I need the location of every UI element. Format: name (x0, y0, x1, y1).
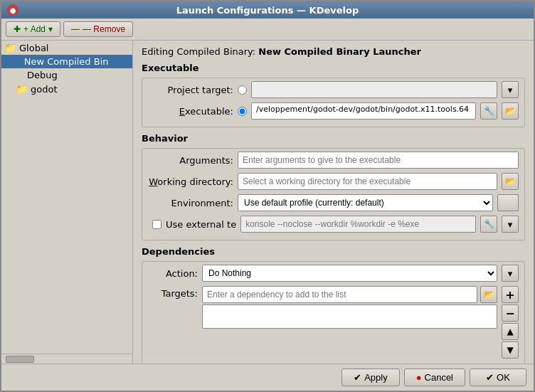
external-te-input[interactable] (240, 216, 476, 233)
apply-label: Apply (364, 372, 388, 383)
executable-path[interactable]: /veloppement/godot-dev/godot/bin/godot.x… (251, 102, 476, 120)
targets-side-buttons: + − ▲ ▼ (502, 286, 519, 359)
action-row: Action: Do Nothing ▾ (148, 265, 519, 282)
action-label: Action: (148, 268, 198, 279)
bottom-bar: ✔ Apply ● Cancel ✔ OK (1, 364, 534, 391)
editing-prefix: Editing Compiled Binary: (142, 46, 255, 57)
targets-down-btn[interactable]: ▼ (502, 341, 519, 359)
apply-check-icon: ✔ (354, 372, 361, 383)
working-dir-input[interactable] (238, 173, 497, 190)
arguments-label: Arguments: (148, 155, 233, 166)
sidebar-item-new-compiled-label: New Compiled Bin (24, 56, 109, 67)
behavior-title: Behavior (142, 133, 525, 144)
environment-label: Environment: (148, 198, 233, 208)
window-title: Launch Configurations — KDevelop (18, 5, 517, 16)
project-target-label: Project target: (148, 85, 233, 95)
environment-row: Environment: Use default profile (curren… (148, 194, 519, 211)
sidebar-item-godot-label: godot (31, 84, 58, 95)
main-content: 📁 Global ◆ New Compiled Bin Debug 📁 godo… (1, 41, 534, 364)
external-te-clear-btn[interactable]: 🔧 (480, 216, 497, 233)
external-te-dropdown[interactable]: ▾ (502, 216, 519, 233)
remove-icon: — (71, 24, 80, 34)
add-button[interactable]: ✚ + Add ▾ (6, 21, 60, 37)
arguments-row: Arguments: (148, 152, 519, 169)
titlebar: ● Launch Configurations — KDevelop (1, 1, 534, 18)
sidebar-item-debug-label: Debug (27, 70, 58, 80)
ok-button[interactable]: ✔ OK (470, 369, 526, 386)
executable-browse-btn[interactable]: 📂 (502, 102, 519, 120)
sidebar-content: 📁 Global ◆ New Compiled Bin Debug 📁 godo… (1, 41, 132, 354)
action-select[interactable]: Do Nothing (202, 265, 497, 282)
external-te-row: Use external te 🔧 ▾ (148, 216, 519, 233)
ok-label: OK (497, 372, 510, 383)
sidebar-item-debug[interactable]: Debug (1, 68, 132, 82)
environment-edit-btn[interactable] (497, 194, 519, 211)
external-te-checkbox[interactable] (152, 220, 161, 229)
right-panel: Editing Compiled Binary: New Compiled Bi… (133, 41, 534, 364)
targets-textarea[interactable] (202, 304, 497, 329)
cancel-button[interactable]: ● Cancel (404, 369, 465, 386)
arguments-input[interactable] (238, 152, 519, 169)
executable-row: Executable: /veloppement/godot-dev/godot… (148, 102, 519, 120)
environment-select[interactable]: Use default profile (currently: default) (238, 194, 493, 211)
editing-header: Editing Compiled Binary: New Compiled Bi… (142, 46, 525, 57)
close-button[interactable]: ● (7, 4, 18, 16)
add-dropdown-icon: ▾ (48, 24, 53, 34)
folder-icon: 📁 (4, 42, 16, 53)
action-dropdown[interactable]: ▾ (502, 265, 519, 282)
targets-remove-btn[interactable]: − (502, 304, 519, 322)
diamond-icon: ◆ (16, 58, 21, 65)
sidebar: 📁 Global ◆ New Compiled Bin Debug 📁 godo… (1, 41, 133, 364)
executable-section: Executable Project target: ▾ Executable:… (142, 63, 525, 127)
sidebar-item-global-label: Global (19, 43, 48, 53)
executable-radio[interactable] (238, 107, 247, 116)
folder-icon-godot: 📁 (16, 83, 28, 95)
project-target-dropdown[interactable]: ▾ (502, 81, 519, 98)
working-dir-row: Working directory: 📂 (148, 173, 519, 190)
ok-check-icon: ✔ (486, 372, 494, 383)
remove-button[interactable]: — — Remove (63, 21, 133, 37)
working-dir-browse-btn[interactable]: 📂 (502, 173, 519, 190)
targets-up-btn[interactable]: ▲ (502, 323, 519, 340)
targets-label: Targets: (148, 286, 198, 299)
cancel-label: Cancel (425, 372, 453, 383)
sidebar-item-global[interactable]: 📁 Global (1, 41, 132, 55)
targets-row: Targets: 📂 + − ▲ ▼ (148, 286, 519, 359)
external-te-label: Use external te (166, 219, 236, 230)
sidebar-item-godot[interactable]: 📁 godot (1, 82, 132, 96)
sidebar-item-new-compiled-bin[interactable]: ◆ New Compiled Bin (1, 55, 132, 68)
add-icon: ✚ (14, 24, 21, 34)
executable-title: Executable (142, 63, 525, 73)
editing-name: New Compiled Binary Launcher (258, 46, 421, 57)
cancel-icon: ● (416, 372, 422, 383)
behavior-section: Behavior Arguments: Working directory: 📂 (142, 133, 525, 240)
targets-input[interactable] (202, 286, 477, 303)
project-target-radio[interactable] (238, 85, 247, 95)
executable-clear-btn[interactable]: 🔧 (480, 102, 497, 120)
dependencies-title: Dependencies (142, 246, 525, 257)
main-window: ● Launch Configurations — KDevelop ✚ + A… (0, 0, 535, 392)
targets-browse-btn[interactable]: 📂 (480, 286, 497, 303)
apply-button[interactable]: ✔ Apply (341, 369, 400, 386)
dependencies-section: Dependencies Action: Do Nothing ▾ Target… (142, 246, 525, 364)
executable-label: Executable: (148, 106, 233, 117)
project-target-input[interactable] (251, 81, 497, 98)
sidebar-scrollbar[interactable] (1, 354, 132, 364)
scrollbar-thumb[interactable] (6, 356, 34, 363)
toolbar: ✚ + Add ▾ — — Remove (1, 18, 534, 41)
project-target-row: Project target: ▾ (148, 81, 519, 98)
targets-add-btn[interactable]: + (502, 286, 519, 303)
working-dir-label: Working directory: (148, 176, 233, 187)
